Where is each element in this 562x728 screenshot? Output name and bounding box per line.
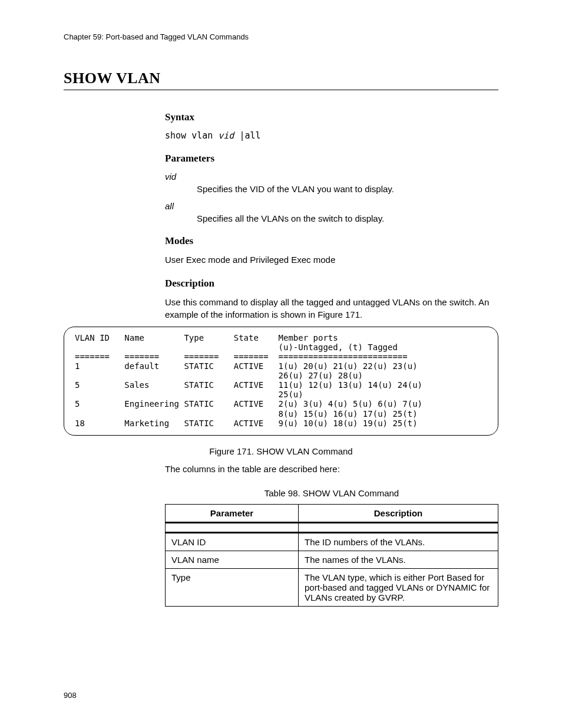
syntax-line: show vlan vid |all	[165, 130, 498, 141]
syntax-arg: vid	[218, 130, 234, 141]
description-text: Use this command to display all the tagg…	[165, 297, 498, 321]
table-cell: The ID numbers of the VLANs.	[299, 532, 498, 551]
param-def: Specifies the VID of the VLAN you want t…	[197, 184, 498, 194]
param-term: all	[165, 201, 498, 211]
param-term: vid	[165, 172, 498, 182]
modes-text: User Exec mode and Privileged Exec mode	[165, 254, 498, 266]
post-figure-text: The columns in the table are described h…	[165, 463, 498, 475]
section-heading-syntax: Syntax	[165, 111, 498, 123]
syntax-cmd: show vlan	[165, 130, 218, 141]
table-cell: Type	[166, 568, 299, 606]
table-cell: VLAN name	[166, 551, 299, 568]
page-number: 908	[64, 691, 77, 700]
code-output-box: VLAN ID Name Type State Member ports (u)…	[64, 327, 498, 436]
table-cell: The names of the VLANs.	[299, 551, 498, 568]
title-rule	[64, 90, 498, 90]
table-cell: The VLAN type, which is either Port Base…	[299, 568, 498, 606]
table-row: VLAN name The names of the VLANs.	[166, 551, 498, 568]
table-row: Type The VLAN type, which is either Port…	[166, 568, 498, 606]
section-heading-description: Description	[165, 278, 498, 289]
table-row: VLAN ID The ID numbers of the VLANs.	[166, 532, 498, 551]
chapter-header: Chapter 59: Port-based and Tagged VLAN C…	[64, 32, 498, 41]
table-cell: VLAN ID	[166, 532, 299, 551]
param-def: Specifies all the VLANs on the switch to…	[197, 213, 498, 223]
table-head-cell: Description	[299, 504, 498, 522]
section-heading-modes: Modes	[165, 235, 498, 247]
table-caption: Table 98. SHOW VLAN Command	[165, 488, 498, 498]
page-title: SHOW VLAN	[64, 70, 498, 87]
figure-caption: Figure 171. SHOW VLAN Command	[64, 446, 498, 456]
table-head-cell: Parameter	[166, 504, 299, 522]
section-heading-parameters: Parameters	[165, 153, 498, 164]
description-table: Parameter Description VLAN ID The ID num…	[165, 504, 498, 607]
syntax-suffix: |all	[234, 130, 260, 141]
table-head-row: Parameter Description	[166, 504, 498, 522]
